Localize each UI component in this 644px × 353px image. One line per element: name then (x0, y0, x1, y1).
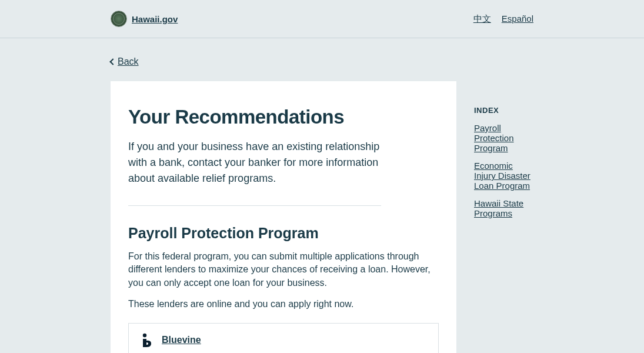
section-text: For this federal program, you can submit… (128, 250, 439, 289)
chevron-left-icon (109, 58, 116, 65)
lang-link-spanish[interactable]: Español (502, 14, 533, 25)
hawaii-seal-icon (111, 11, 127, 27)
svg-point-0 (143, 333, 146, 337)
index-link-ppp[interactable]: Payroll Protection Program (474, 123, 533, 153)
main-card: Your Recommendations If you and your bus… (111, 81, 456, 353)
index-list: Payroll Protection Program Economic Inju… (474, 123, 533, 219)
intro-text: If you and your business have an existin… (128, 139, 381, 206)
header-inner: Hawaii.gov 中文 Español (0, 11, 644, 27)
index-link-hawaii-state[interactable]: Hawaii State Programs (474, 198, 533, 218)
index-link-eidl[interactable]: Economic Injury Disaster Loan Program (474, 161, 533, 191)
lender-link-bluevine[interactable]: Bluevine (162, 335, 201, 345)
language-links: 中文 Español (473, 14, 533, 25)
back-link[interactable]: Back (111, 56, 139, 67)
back-label: Back (118, 56, 139, 67)
content-container: Your Recommendations If you and your bus… (0, 81, 644, 353)
index-heading: INDEX (474, 106, 533, 115)
sidebar: INDEX Payroll Protection Program Economi… (474, 81, 533, 353)
site-name: Hawaii.gov (132, 14, 178, 24)
back-row: Back (0, 38, 644, 81)
lender-card[interactable]: Bluevine (128, 323, 439, 353)
lang-link-chinese[interactable]: 中文 (473, 14, 491, 25)
page-title: Your Recommendations (128, 106, 439, 128)
bluevine-logo-icon (141, 333, 154, 347)
section-text: These lenders are online and you can app… (128, 298, 439, 311)
site-header: Hawaii.gov 中文 Español (0, 0, 644, 38)
section-title-ppp: Payroll Protection Program (128, 225, 439, 242)
brand-link[interactable]: Hawaii.gov (111, 11, 178, 27)
